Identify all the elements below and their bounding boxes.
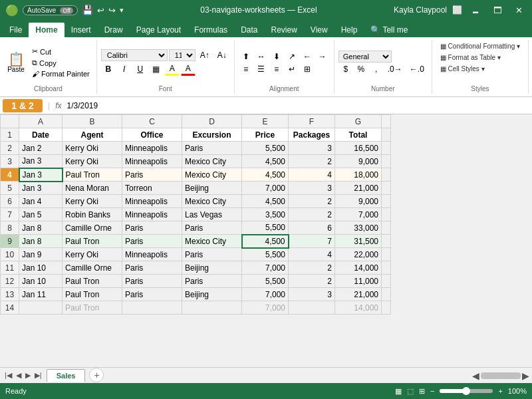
cell-e6[interactable]: 4,500 (242, 195, 289, 208)
cell-e14[interactable]: 7,000 (242, 301, 289, 315)
cell-e5[interactable]: 7,000 (242, 182, 289, 195)
cell-d11[interactable]: Beijing (182, 261, 242, 275)
name-box[interactable]: 1 & 2 (3, 99, 43, 112)
cell-e8[interactable]: 5,500 (242, 221, 289, 235)
tab-review[interactable]: Review (264, 23, 303, 37)
cell-d8[interactable]: Paris (182, 221, 242, 235)
cell-e3[interactable]: 4,500 (242, 155, 289, 168)
cell-e13[interactable]: 7,000 (242, 288, 289, 301)
cell-styles-button[interactable]: ▦ Cell Styles ▾ (436, 64, 489, 74)
cell-g1[interactable]: Total (335, 128, 382, 142)
cell-b10[interactable]: Kerry Oki (63, 248, 122, 261)
cell-c10[interactable]: Minneapolis (122, 248, 182, 261)
tab-view[interactable]: View (304, 23, 334, 37)
cell-d14[interactable] (182, 301, 242, 315)
col-header-b[interactable]: B (63, 115, 122, 128)
cell-d6[interactable]: Mexico City (182, 195, 242, 208)
cell-c4[interactable]: Paris (122, 168, 182, 182)
horizontal-scrollbar[interactable] (104, 371, 469, 380)
row-header-5[interactable]: 5 (1, 182, 19, 195)
cell-b5[interactable]: Nena Moran (63, 182, 122, 195)
comma-btn[interactable]: , (369, 63, 384, 75)
scroll-right-btn[interactable]: ▶ (522, 370, 529, 381)
cell-f3[interactable]: 2 (289, 155, 335, 168)
cell-g12[interactable]: 11,000 (335, 275, 382, 288)
format-painter-button[interactable]: 🖌 Format Painter (29, 69, 92, 78)
zoom-minus-btn[interactable]: − (430, 387, 434, 395)
cell-d3[interactable]: Mexico City (182, 155, 242, 168)
cell-e12[interactable]: 5,500 (242, 275, 289, 288)
tab-page-layout[interactable]: Page Layout (130, 23, 188, 37)
formula-input[interactable] (64, 100, 529, 112)
cell-b7[interactable]: Robin Banks (63, 208, 122, 221)
cell-g13[interactable]: 21,000 (335, 288, 382, 301)
cell-b4[interactable]: Paul Tron (63, 168, 122, 182)
decimal-decrease-btn[interactable]: ←.0 (406, 63, 428, 75)
cell-d10[interactable]: Paris (182, 248, 242, 261)
cell-d4[interactable]: Mexico City (182, 168, 242, 182)
cell-c7[interactable]: Minneapolis (122, 208, 182, 221)
cell-e4[interactable]: 4,500 (242, 168, 289, 182)
cell-a11[interactable]: Jan 10 (19, 261, 63, 275)
align-middle-btn[interactable]: ↔ (254, 51, 269, 63)
cell-a14[interactable] (19, 301, 63, 315)
view-layout-icon[interactable]: ⬚ (407, 387, 414, 396)
first-sheet-btn[interactable]: |◀ (3, 371, 14, 380)
row-header-3[interactable]: 3 (1, 155, 19, 168)
cell-c12[interactable]: Paris (122, 275, 182, 288)
row-header-14[interactable]: 14 (1, 301, 19, 315)
cell-f11[interactable]: 2 (289, 261, 335, 275)
cell-f1[interactable]: Packages (289, 128, 335, 142)
cell-c5[interactable]: Torreon (122, 182, 182, 195)
cell-b6[interactable]: Kerry Oki (63, 195, 122, 208)
cell-b3[interactable]: Kerry Oki (63, 155, 122, 168)
cell-c1[interactable]: Office (122, 128, 182, 142)
cut-button[interactable]: ✂ Cut (29, 47, 92, 57)
increase-font-btn[interactable]: A↑ (197, 49, 213, 61)
cell-g7[interactable]: 7,000 (335, 208, 382, 221)
cell-g4[interactable]: 18,000 (335, 168, 382, 182)
cell-b2[interactable]: Kerry Oki (63, 142, 122, 155)
cell-f14[interactable] (289, 301, 335, 315)
cell-d7[interactable]: Las Vegas (182, 208, 242, 221)
row-header-8[interactable]: 8 (1, 221, 19, 235)
cell-b9[interactable]: Paul Tron (63, 235, 122, 248)
maximize-btn[interactable]: 🗖 (489, 4, 506, 17)
cell-d2[interactable]: Paris (182, 142, 242, 155)
cell-d1[interactable]: Excursion (182, 128, 242, 142)
cell-f2[interactable]: 3 (289, 142, 335, 155)
view-normal-icon[interactable]: ▦ (395, 387, 402, 396)
tab-insert[interactable]: Insert (65, 23, 98, 37)
indent-increase-btn[interactable]: → (315, 51, 330, 63)
cell-b8[interactable]: Camille Orne (63, 221, 122, 235)
cell-a7[interactable]: Jan 5 (19, 208, 63, 221)
scroll-left-btn[interactable]: ◀ (472, 370, 479, 381)
merge-center-btn[interactable]: ⊞ (300, 63, 315, 75)
cell-b11[interactable]: Camille Orne (63, 261, 122, 275)
currency-btn[interactable]: $ (338, 63, 353, 75)
redo-icon[interactable]: ↪ (108, 5, 116, 15)
row-header-4[interactable]: 4 (1, 168, 19, 182)
tab-draw[interactable]: Draw (98, 23, 130, 37)
cell-g2[interactable]: 16,500 (335, 142, 382, 155)
cell-a6[interactable]: Jan 4 (19, 195, 63, 208)
align-bottom-btn[interactable]: ⬇ (269, 51, 284, 63)
paste-button[interactable]: 📋 Paste (4, 51, 28, 74)
cell-a4[interactable]: Jan 3 (19, 168, 63, 182)
row-header-1[interactable]: 1 (1, 128, 19, 142)
cell-f6[interactable]: 2 (289, 195, 335, 208)
cell-a1[interactable]: Date (19, 128, 63, 142)
cell-a5[interactable]: Jan 3 (19, 182, 63, 195)
col-header-f[interactable]: F (289, 115, 335, 128)
cell-b1[interactable]: Agent (63, 128, 122, 142)
minimize-btn[interactable]: 🗕 (467, 4, 484, 17)
cell-c6[interactable]: Minneapolis (122, 195, 182, 208)
cell-f12[interactable]: 2 (289, 275, 335, 288)
cell-b14[interactable]: Paul Tron (63, 301, 122, 315)
cell-e7[interactable]: 3,500 (242, 208, 289, 221)
next-sheet-btn[interactable]: ▶ (23, 371, 33, 380)
cell-c11[interactable]: Paris (122, 261, 182, 275)
save-icon[interactable]: 💾 (82, 5, 93, 15)
view-pagebreak-icon[interactable]: ⊞ (419, 387, 425, 396)
tab-search[interactable]: 🔍 Tell me (364, 23, 414, 37)
